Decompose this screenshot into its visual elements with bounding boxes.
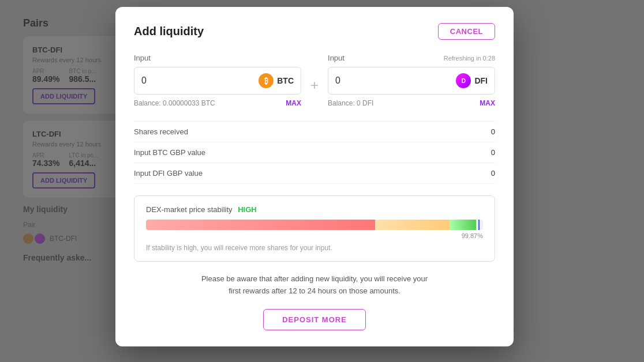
stat-btc-gbp-label: Input BTC GBP value	[134, 148, 205, 157]
btc-input-label-row: Input	[134, 54, 301, 62]
dfi-balance-row: Balance: 0 DFI MAX	[328, 99, 495, 107]
dfi-balance-label: Balance: 0 DFI	[328, 99, 373, 107]
dfi-token-badge: D DFI	[456, 73, 488, 88]
dfi-input-box[interactable]: 0 D DFI	[328, 67, 495, 95]
cancel-button[interactable]: CANCEL	[438, 23, 495, 40]
btc-max-button[interactable]: MAX	[286, 99, 301, 107]
btc-token-label: BTC	[277, 76, 294, 85]
refreshing-text: Refreshing in 0:28	[444, 55, 495, 62]
notice-text: Please be aware that after adding new li…	[134, 273, 495, 297]
dfi-max-button[interactable]: MAX	[480, 99, 495, 107]
add-liquidity-modal: Add liquidity CANCEL Input 0 ₿ BTC Balan…	[115, 7, 514, 346]
stability-note: If stability is high, you will receive m…	[146, 244, 483, 252]
btc-input-group: Input 0 ₿ BTC Balance: 0.00000033 BTC MA…	[134, 54, 301, 107]
input-row: Input 0 ₿ BTC Balance: 0.00000033 BTC MA…	[134, 54, 495, 107]
stat-row-dfi-gbp: Input DFI GBP value 0	[134, 163, 495, 184]
progress-yellow-segment	[375, 220, 449, 230]
plus-icon: +	[310, 77, 319, 93]
modal-header: Add liquidity CANCEL	[134, 23, 495, 40]
progress-green-segment	[450, 220, 477, 230]
stability-progress-bar	[146, 220, 483, 230]
stat-row-shares: Shares received 0	[134, 121, 495, 142]
stability-label: DEX-market price stability	[146, 205, 233, 214]
stats-section: Shares received 0 Input BTC GBP value 0 …	[134, 121, 495, 184]
dfi-input-value[interactable]: 0	[335, 76, 340, 86]
btc-balance-row: Balance: 0.00000033 BTC MAX	[134, 99, 301, 107]
stability-header: DEX-market price stability HIGH	[146, 205, 483, 214]
deposit-more-button[interactable]: DEPOSIT MORE	[263, 309, 366, 330]
dfi-icon: D	[456, 73, 471, 88]
progress-red-segment	[146, 220, 375, 230]
stability-status: HIGH	[238, 205, 257, 214]
stat-shares-value: 0	[491, 127, 495, 136]
dfi-input-label-row: Input Refreshing in 0:28	[328, 54, 495, 62]
progress-pct-label: 99.87%	[146, 232, 483, 239]
progress-marker	[478, 220, 480, 230]
stat-dfi-gbp-value: 0	[491, 169, 495, 178]
stat-btc-gbp-value: 0	[491, 148, 495, 157]
stat-row-btc-gbp: Input BTC GBP value 0	[134, 142, 495, 163]
stat-dfi-gbp-label: Input DFI GBP value	[134, 169, 203, 178]
dfi-input-label: Input	[328, 54, 345, 62]
stat-shares-label: Shares received	[134, 127, 188, 136]
btc-icon: ₿	[259, 73, 274, 88]
btc-input-label: Input	[134, 54, 151, 62]
btc-input-value[interactable]: 0	[141, 76, 147, 86]
stability-box: DEX-market price stability HIGH 99.87% I…	[134, 195, 495, 262]
btc-input-box[interactable]: 0 ₿ BTC	[134, 67, 301, 95]
btc-token-badge: ₿ BTC	[259, 73, 294, 88]
modal-title: Add liquidity	[134, 25, 204, 38]
btc-balance-label: Balance: 0.00000033 BTC	[134, 99, 215, 107]
dfi-token-label: DFI	[474, 76, 488, 85]
dfi-input-group: Input Refreshing in 0:28 0 D DFI Balance…	[328, 54, 495, 107]
